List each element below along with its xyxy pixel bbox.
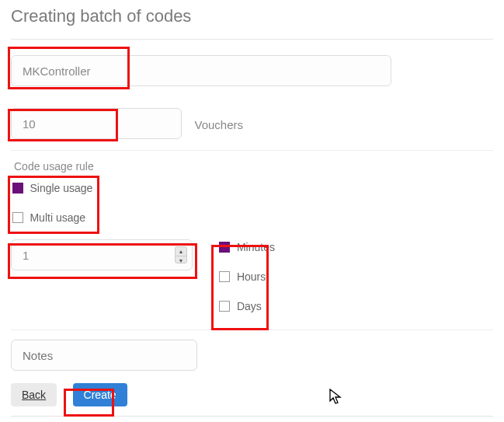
batch-name-input[interactable] [11,55,391,86]
days-label: Days [237,300,262,312]
usage-rule-label: Code usage rule [14,160,493,173]
notes-input[interactable] [11,340,197,371]
create-button[interactable]: Create [73,383,127,406]
single-usage-checkbox[interactable] [12,183,23,194]
divider [11,150,493,151]
voucher-count-input[interactable] [11,108,182,139]
multi-usage-checkbox[interactable] [12,212,23,223]
stepper-up-icon[interactable]: ▲ [176,247,186,256]
usage-option-multi: Multi usage [12,210,493,224]
unit-option-minutes: Minutes [219,239,274,253]
single-usage-label: Single usage [30,182,92,194]
days-checkbox[interactable] [219,301,230,312]
unit-option-days: Days [219,298,274,312]
hours-checkbox[interactable] [219,271,230,282]
minutes-checkbox[interactable] [219,242,230,253]
stepper-down-icon[interactable]: ▼ [176,256,186,263]
usage-option-single: Single usage [12,180,493,194]
stepper-buttons: ▲ ▼ [175,246,187,263]
hours-label: Hours [237,270,266,283]
page-title: Creating batch of codes [11,6,493,26]
unit-option-hours: Hours [219,269,274,283]
back-button[interactable]: Back [11,383,57,406]
duration-input[interactable] [21,248,175,263]
duration-stepper[interactable]: ▲ ▼ [11,239,193,270]
divider [11,330,493,330]
minutes-label: Minutes [237,241,275,253]
divider [11,416,493,417]
voucher-count-suffix: Vouchers [194,118,243,131]
multi-usage-label: Multi usage [30,211,85,224]
divider [11,39,493,40]
